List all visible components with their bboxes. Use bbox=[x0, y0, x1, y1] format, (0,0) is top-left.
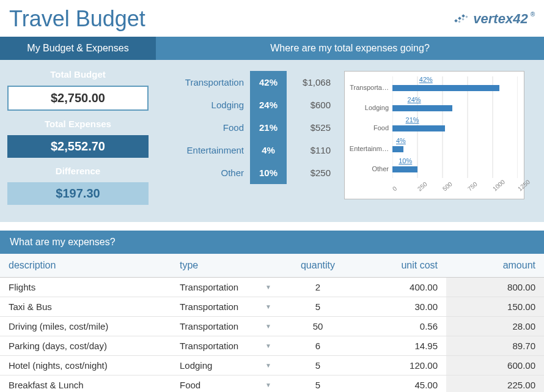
breakdown-amount: $250 bbox=[287, 161, 336, 184]
breakdown-pct: 24% bbox=[250, 94, 287, 116]
table-row[interactable]: Parking (days, cost/day)Transportation▼6… bbox=[0, 336, 544, 356]
breakdown-amount: $110 bbox=[287, 139, 336, 161]
col-amount[interactable]: amount bbox=[446, 254, 544, 278]
difference-value: $197.30 bbox=[7, 182, 149, 205]
breakdown-category: Other bbox=[164, 161, 250, 184]
breakdown-pct: 4% bbox=[250, 139, 287, 161]
breakdown-pct: 10% bbox=[250, 161, 287, 184]
cell-amount: 28.00 bbox=[446, 317, 544, 336]
cell-type[interactable]: Transportation▼ bbox=[171, 278, 281, 297]
chart-bar bbox=[392, 146, 403, 152]
brand-name: vertex42 bbox=[473, 11, 527, 27]
brand-logo: vertex42 ® bbox=[454, 11, 535, 27]
table-row[interactable]: Hotel (nights, cost/night)Lodging▼5120.0… bbox=[0, 356, 544, 375]
chart-bar-label: 21% bbox=[406, 116, 419, 124]
breakdown-table: Transportation 42% $1,068 Lodging 24% $6… bbox=[164, 71, 336, 184]
cell-amount: 150.00 bbox=[446, 297, 544, 317]
cell-quantity[interactable]: 5 bbox=[281, 297, 355, 317]
cell-amount: 800.00 bbox=[446, 278, 544, 297]
cell-quantity[interactable]: 2 bbox=[281, 278, 355, 297]
cell-description[interactable]: Flights bbox=[0, 278, 171, 297]
chart-tick-label: 250 bbox=[416, 180, 428, 192]
brand-icon bbox=[454, 12, 471, 26]
expenses-table: description type quantity unit cost amou… bbox=[0, 254, 544, 392]
cell-unit-cost[interactable]: 14.95 bbox=[355, 336, 446, 356]
total-budget-label2: Total Budget bbox=[7, 65, 149, 84]
chevron-down-icon[interactable]: ▼ bbox=[265, 303, 271, 310]
chart-category-label: Food bbox=[348, 124, 389, 131]
cell-type[interactable]: Transportation▼ bbox=[171, 297, 281, 317]
cell-amount: 225.00 bbox=[446, 375, 544, 393]
svg-rect-2 bbox=[461, 14, 465, 18]
chart-tick-label: 500 bbox=[441, 180, 454, 192]
cell-quantity[interactable]: 5 bbox=[281, 375, 355, 393]
breakdown-category: Entertainment bbox=[164, 139, 250, 161]
cell-description[interactable]: Driving (miles, cost/mile) bbox=[0, 317, 171, 336]
table-row[interactable]: Driving (miles, cost/mile)Transportation… bbox=[0, 317, 544, 336]
cell-amount: 89.70 bbox=[446, 336, 544, 356]
cell-unit-cost[interactable]: 120.00 bbox=[355, 356, 446, 375]
svg-rect-4 bbox=[462, 18, 465, 20]
cell-description[interactable]: Breakfast & Lunch bbox=[0, 375, 171, 393]
cell-type[interactable]: Lodging▼ bbox=[171, 356, 281, 375]
breakdown-category: Lodging bbox=[164, 94, 250, 116]
chart-bar bbox=[392, 85, 499, 91]
chart-category-label: Entertainm… bbox=[348, 145, 389, 152]
chart-category-label: Other bbox=[348, 165, 389, 172]
cell-unit-cost[interactable]: 45.00 bbox=[355, 375, 446, 393]
total-budget-value[interactable]: $2,750.00 bbox=[7, 86, 149, 111]
chevron-down-icon[interactable]: ▼ bbox=[265, 284, 271, 290]
chevron-down-icon[interactable]: ▼ bbox=[265, 342, 271, 349]
breakdown-amount: $1,068 bbox=[287, 71, 336, 94]
table-row[interactable]: Breakfast & LunchFood▼545.00225.00 bbox=[0, 375, 544, 393]
allocation-panel-header: Where are my total expenses going? bbox=[156, 37, 544, 60]
breakdown-pct: 42% bbox=[250, 71, 287, 94]
chart-tick-label: 1000 bbox=[491, 179, 506, 193]
chart-tick-label: 0 bbox=[391, 185, 398, 192]
chart-bar bbox=[392, 166, 417, 172]
cell-unit-cost[interactable]: 400.00 bbox=[355, 278, 446, 297]
chart-bar bbox=[392, 125, 445, 131]
breakdown-pct: 21% bbox=[250, 116, 287, 139]
cell-unit-cost[interactable]: 0.56 bbox=[355, 317, 446, 336]
chevron-down-icon[interactable]: ▼ bbox=[265, 382, 271, 388]
chevron-down-icon[interactable]: ▼ bbox=[265, 323, 271, 330]
page-title: Travel Budget bbox=[9, 6, 145, 32]
col-quantity[interactable]: quantity bbox=[281, 254, 355, 278]
col-type[interactable]: type bbox=[171, 254, 281, 278]
chart-bar-label: 24% bbox=[408, 96, 421, 103]
col-unit-cost[interactable]: unit cost bbox=[355, 254, 446, 278]
svg-rect-0 bbox=[454, 19, 458, 23]
chart-bar-label: 10% bbox=[399, 157, 412, 165]
table-row[interactable]: Taxi & BusTransportation▼530.00150.00 bbox=[0, 297, 544, 317]
cell-description[interactable]: Taxi & Bus bbox=[0, 297, 171, 317]
svg-rect-1 bbox=[458, 17, 461, 20]
difference-label: Difference bbox=[7, 161, 149, 180]
cell-type[interactable]: Transportation▼ bbox=[171, 317, 281, 336]
col-description[interactable]: description bbox=[0, 254, 171, 278]
chart-tick-label: 750 bbox=[466, 180, 479, 192]
cell-unit-cost[interactable]: 30.00 bbox=[355, 297, 446, 317]
svg-rect-3 bbox=[458, 20, 461, 23]
chevron-down-icon[interactable]: ▼ bbox=[265, 362, 271, 369]
cell-quantity[interactable]: 5 bbox=[281, 356, 355, 375]
cell-type[interactable]: Transportation▼ bbox=[171, 336, 281, 356]
cell-quantity[interactable]: 50 bbox=[281, 317, 355, 336]
breakdown-category: Transportation bbox=[164, 71, 250, 94]
cell-amount: 600.00 bbox=[446, 356, 544, 375]
total-expenses-label: Total Expenses bbox=[7, 114, 149, 133]
chart-category-label: Transporta… bbox=[348, 84, 389, 91]
cell-description[interactable]: Hotel (nights, cost/night) bbox=[0, 356, 171, 375]
cell-quantity[interactable]: 6 bbox=[281, 336, 355, 356]
chart-category-label: Lodging bbox=[348, 104, 389, 111]
chart-bar bbox=[392, 105, 452, 111]
table-row[interactable]: FlightsTransportation▼2400.00800.00 bbox=[0, 278, 544, 297]
cell-description[interactable]: Parking (days, cost/day) bbox=[0, 336, 171, 356]
svg-rect-5 bbox=[466, 15, 468, 18]
breakdown-amount: $525 bbox=[287, 116, 336, 139]
total-expenses-value: $2,552.70 bbox=[7, 135, 149, 158]
registered-mark: ® bbox=[531, 11, 535, 18]
cell-type[interactable]: Food▼ bbox=[171, 375, 281, 393]
allocation-chart: Transporta…42%Lodging24%Food21%Entertain… bbox=[344, 71, 524, 199]
chart-bar-label: 42% bbox=[419, 76, 433, 83]
